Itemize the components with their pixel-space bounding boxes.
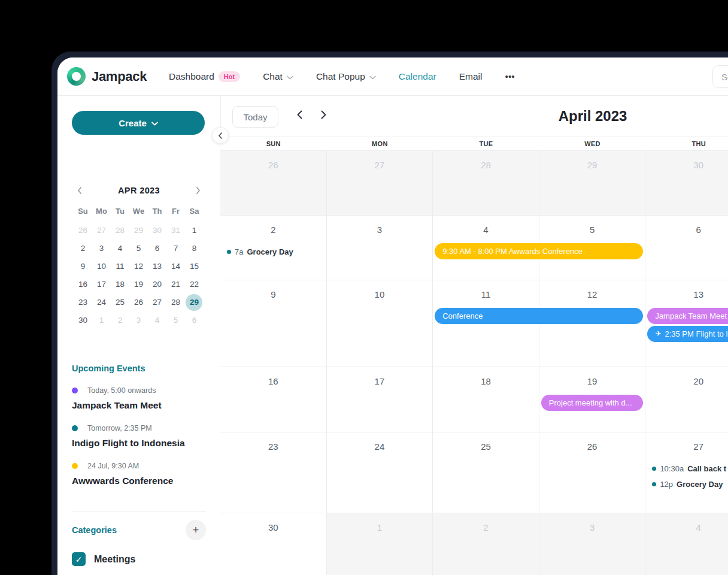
nav-item-chat-popup[interactable]: Chat Popup bbox=[316, 71, 376, 82]
day-cell-27[interactable]: 27 bbox=[327, 151, 433, 215]
mini-day[interactable]: 27 bbox=[148, 293, 166, 311]
day-cell-25[interactable]: 25 bbox=[433, 432, 539, 513]
checkbox-checked-icon[interactable]: ✓ bbox=[72, 552, 86, 566]
weekday-header-wed: WED bbox=[539, 137, 646, 150]
event-pill-conference[interactable]: Conference bbox=[435, 308, 643, 324]
mini-day[interactable]: 16 bbox=[74, 276, 92, 293]
brand[interactable]: Jampack bbox=[67, 67, 147, 86]
mini-day[interactable]: 7 bbox=[166, 240, 185, 258]
event-pill-2-35-pm-flight-to-indonesia[interactable]: ✈2:35 PM Flight to Indonesia bbox=[647, 326, 728, 342]
mini-day[interactable]: 12 bbox=[129, 258, 148, 276]
mini-day[interactable]: 21 bbox=[166, 276, 185, 293]
mini-day[interactable]: 22 bbox=[185, 276, 204, 293]
mini-day[interactable]: 4 bbox=[148, 311, 166, 329]
day-cell-4[interactable]: 4 bbox=[645, 513, 728, 575]
day-cell-3[interactable]: 3 bbox=[327, 216, 433, 280]
dot-event[interactable]: 7aGrocery Day bbox=[227, 244, 325, 259]
mini-day[interactable]: 8 bbox=[185, 240, 204, 258]
search-input[interactable] bbox=[712, 65, 728, 88]
day-cell-30[interactable]: 30 bbox=[220, 513, 327, 575]
mini-next-button[interactable] bbox=[196, 187, 201, 194]
mini-day[interactable]: 6 bbox=[148, 240, 166, 258]
day-cell-30[interactable]: 30 bbox=[645, 151, 728, 215]
day-cell-24[interactable]: 24 bbox=[327, 432, 433, 513]
mini-day[interactable]: 17 bbox=[92, 276, 111, 293]
mini-day[interactable]: 1 bbox=[92, 311, 111, 329]
nav-item-more[interactable]: ••• bbox=[505, 71, 514, 82]
day-cell-18[interactable]: 18 bbox=[433, 367, 539, 432]
mini-day[interactable]: 28 bbox=[166, 293, 185, 311]
mini-day[interactable]: 6 bbox=[185, 311, 204, 329]
day-cell-29[interactable]: 29 bbox=[539, 151, 646, 215]
mini-day[interactable]: 11 bbox=[111, 258, 129, 276]
day-number: 30 bbox=[645, 151, 728, 170]
mini-day-selected[interactable]: 29 bbox=[185, 293, 204, 311]
mini-day[interactable]: 30 bbox=[74, 311, 92, 329]
mini-day[interactable]: 3 bbox=[92, 240, 111, 258]
mini-day[interactable]: 5 bbox=[166, 311, 185, 329]
mini-day[interactable]: 4 bbox=[111, 240, 129, 258]
collapse-sidebar-button[interactable] bbox=[212, 127, 229, 144]
mini-day[interactable]: 31 bbox=[166, 222, 185, 240]
mini-day[interactable]: 3 bbox=[129, 311, 148, 329]
dot-event[interactable]: 10:30aCall back t bbox=[652, 461, 728, 476]
upcoming-events-section: Upcoming Events Today, 5:00 onwardsJampa… bbox=[72, 364, 206, 486]
mini-day[interactable]: 24 bbox=[92, 293, 111, 311]
mini-weekday-label: Fr bbox=[166, 204, 185, 222]
day-cell-28[interactable]: 28 bbox=[433, 151, 539, 215]
upcoming-event-item[interactable]: Tomorrow, 2:35 PMIndigo Flight to Indone… bbox=[72, 424, 206, 449]
day-cell-26[interactable]: 26 bbox=[220, 151, 327, 215]
mini-day[interactable]: 23 bbox=[74, 293, 92, 311]
mini-day[interactable]: 20 bbox=[148, 276, 166, 293]
event-pill-9-30-am-8-00-pm-awwards-conference[interactable]: 9:30 AM - 8:00 PM Awwards Conference bbox=[435, 243, 643, 259]
nav-item-calendar[interactable]: Calendar bbox=[399, 71, 436, 82]
prev-month-button[interactable] bbox=[296, 110, 303, 119]
mini-day[interactable]: 9 bbox=[74, 258, 92, 276]
nav-item-chat[interactable]: Chat bbox=[263, 71, 293, 82]
mini-day[interactable]: 5 bbox=[129, 240, 148, 258]
day-cell-17[interactable]: 17 bbox=[327, 367, 433, 432]
day-number: 25 bbox=[433, 432, 539, 452]
dot-event[interactable]: 12pGrocery Day bbox=[652, 476, 728, 492]
create-button[interactable]: Create bbox=[72, 111, 205, 135]
mini-day[interactable]: 26 bbox=[129, 293, 148, 311]
day-cell-27[interactable]: 2710:30aCall back t12pGrocery Day bbox=[645, 432, 728, 513]
upcoming-event-item[interactable]: 24 Jul, 9:30 AMAwwwards Conference bbox=[72, 462, 206, 486]
nav-item-dashboard[interactable]: DashboardHot bbox=[169, 71, 240, 82]
mini-day[interactable]: 30 bbox=[148, 222, 166, 240]
mini-day[interactable]: 2 bbox=[111, 311, 129, 329]
today-button[interactable]: Today bbox=[232, 106, 278, 128]
nav-item-email[interactable]: Email bbox=[459, 71, 483, 82]
mini-day[interactable]: 28 bbox=[111, 222, 129, 240]
event-pill-project-meeting-with-d[interactable]: Project meeting with d... bbox=[541, 395, 644, 411]
day-cell-6[interactable]: 6 bbox=[645, 216, 728, 280]
day-cell-26[interactable]: 26 bbox=[539, 432, 646, 513]
day-cell-3[interactable]: 3 bbox=[539, 513, 646, 575]
day-cell-9[interactable]: 9 bbox=[220, 280, 327, 367]
mini-day[interactable]: 27 bbox=[92, 222, 111, 240]
mini-day[interactable]: 13 bbox=[148, 258, 166, 276]
mini-day[interactable]: 26 bbox=[74, 222, 92, 240]
day-cell-2[interactable]: 2 bbox=[433, 513, 539, 575]
day-cell-2[interactable]: 27aGrocery Day bbox=[220, 216, 327, 280]
day-cell-23[interactable]: 23 bbox=[220, 432, 327, 513]
mini-day[interactable]: 14 bbox=[166, 258, 185, 276]
next-month-button[interactable] bbox=[320, 110, 327, 119]
category-item-meetings[interactable]: ✓Meetings bbox=[72, 552, 206, 566]
day-cell-10[interactable]: 10 bbox=[327, 280, 433, 367]
mini-day[interactable]: 15 bbox=[185, 258, 204, 276]
mini-day[interactable]: 29 bbox=[129, 222, 148, 240]
mini-day[interactable]: 25 bbox=[111, 293, 129, 311]
mini-prev-button[interactable] bbox=[77, 187, 82, 194]
event-pill-jampack-team-meet[interactable]: Jampack Team Meet bbox=[647, 308, 728, 324]
day-cell-20[interactable]: 20 bbox=[645, 367, 728, 432]
upcoming-event-item[interactable]: Today, 5:00 onwardsJampack Team Meet bbox=[72, 386, 206, 411]
day-cell-16[interactable]: 16 bbox=[220, 367, 327, 432]
mini-day[interactable]: 1 bbox=[185, 222, 204, 240]
mini-day[interactable]: 18 bbox=[111, 276, 129, 293]
mini-day[interactable]: 10 bbox=[92, 258, 111, 276]
mini-day[interactable]: 2 bbox=[74, 240, 92, 258]
add-category-button[interactable]: + bbox=[186, 520, 206, 540]
mini-day[interactable]: 19 bbox=[129, 276, 148, 293]
day-cell-1[interactable]: 1 bbox=[327, 513, 433, 575]
